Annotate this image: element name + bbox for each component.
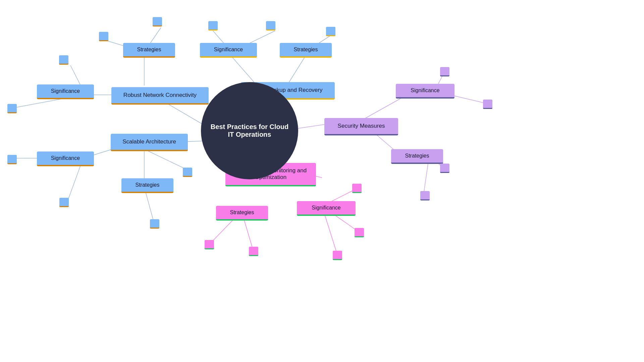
sq-db-2 [266,21,275,31]
sa-significance-node[interactable]: Significance [37,152,94,166]
sq-perf-5 [333,251,342,260]
rn-significance-node[interactable]: Significance [37,84,94,99]
sq-sec-3 [440,164,449,173]
sq-db-3 [326,27,335,36]
perf-strategies-node[interactable]: Strategies [216,206,268,221]
sq-sec-4 [420,191,430,200]
sq-sec-1 [440,67,449,76]
sq-perf-3 [205,240,214,249]
sq-perf-2 [355,228,364,237]
security-node[interactable]: Security Measures [324,118,398,135]
sq-sa-1 [7,155,17,164]
svg-line-2 [288,56,305,83]
robust-network-node[interactable]: Robust Network Connectivity [111,87,209,105]
sec-strategies-node[interactable]: Strategies [391,149,443,164]
db-strategies-node[interactable]: Strategies [280,43,332,58]
svg-line-21 [364,96,406,119]
sq-perf-1 [352,184,362,193]
perf-significance-node[interactable]: Significance [297,201,356,216]
db-significance-node[interactable]: Significance [200,43,257,58]
sq-sa-4 [150,219,159,229]
sq-sec-2 [483,100,492,109]
rn-strategies-node[interactable]: Strategies [123,43,175,58]
sq-rn-1 [7,104,17,113]
sq-rn-4 [153,17,162,26]
sq-perf-4 [249,247,258,256]
sq-db-1 [208,21,218,31]
sq-sa-2 [59,198,69,207]
sq-sa-3 [183,168,192,177]
sa-strategies-node[interactable]: Strategies [121,178,173,193]
sec-significance-node[interactable]: Significance [396,84,454,99]
svg-line-1 [231,56,255,83]
center-node: Best Practices for Cloud IT Operations [201,82,298,179]
sq-rn-3 [99,32,108,41]
scalable-arch-node[interactable]: Scalable Architecture [111,134,188,151]
sq-rn-2 [59,55,68,65]
